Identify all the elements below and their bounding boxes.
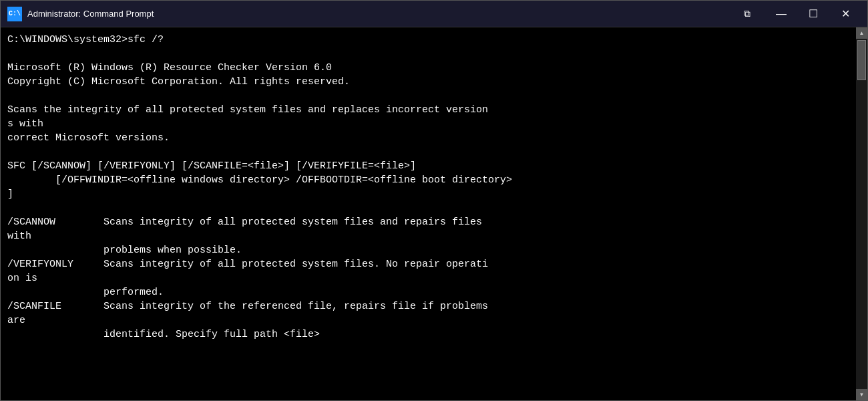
extra-icon-button[interactable]: ⧉ bbox=[735, 3, 759, 25]
title-bar: C:\ Administrator: Command Prompt ⧉ — ☐ … bbox=[1, 1, 867, 27]
window-icon: C:\ bbox=[7, 7, 22, 21]
cmd-window: C:\ Administrator: Command Prompt ⧉ — ☐ … bbox=[0, 0, 868, 401]
content-area: C:\WINDOWS\system32>sfc /? Microsoft (R)… bbox=[1, 27, 867, 400]
close-button[interactable]: ✕ bbox=[830, 3, 861, 25]
minimize-button[interactable]: — bbox=[766, 3, 797, 25]
window-title: Administrator: Command Prompt bbox=[27, 9, 735, 19]
scrollbar[interactable]: ▲ ▼ bbox=[856, 27, 867, 400]
icon-label: C:\ bbox=[9, 10, 21, 17]
scroll-down-button[interactable]: ▼ bbox=[856, 389, 867, 400]
terminal-output[interactable]: C:\WINDOWS\system32>sfc /? Microsoft (R)… bbox=[1, 27, 856, 400]
scrollbar-thumb[interactable] bbox=[857, 40, 866, 80]
scrollbar-track[interactable] bbox=[856, 39, 867, 389]
maximize-button[interactable]: ☐ bbox=[798, 3, 829, 25]
title-bar-controls: — ☐ ✕ bbox=[766, 3, 861, 25]
scroll-up-button[interactable]: ▲ bbox=[856, 27, 867, 39]
